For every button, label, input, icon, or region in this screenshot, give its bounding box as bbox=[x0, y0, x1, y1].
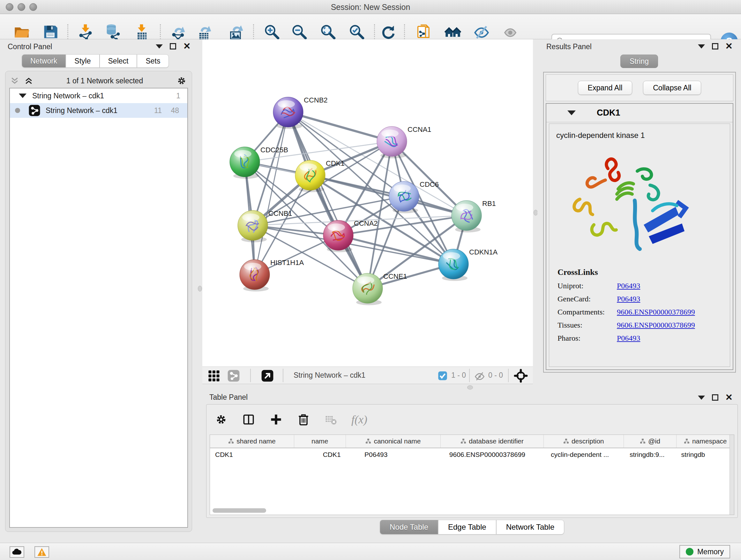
zoom-selected-icon bbox=[348, 23, 365, 40]
column-header[interactable]: namespace bbox=[677, 435, 734, 448]
delete-table-icon[interactable] bbox=[324, 413, 338, 427]
cell-database-identifier[interactable]: 9606.ENSP00000378699 bbox=[441, 448, 544, 462]
tab-sets[interactable]: Sets bbox=[137, 54, 169, 68]
import-table-button[interactable] bbox=[132, 23, 151, 41]
cell-canonical-name[interactable]: P06493 bbox=[346, 448, 441, 462]
panel-menu-icon[interactable] bbox=[698, 44, 705, 49]
cell-description[interactable]: cyclin-dependent ... bbox=[544, 448, 624, 462]
tab-network-table[interactable]: Network Table bbox=[496, 520, 564, 535]
cell-namespace[interactable]: stringdb bbox=[677, 448, 734, 462]
add-column-icon[interactable] bbox=[269, 413, 283, 427]
delete-column-icon[interactable] bbox=[296, 413, 311, 427]
apply-layout-button[interactable] bbox=[379, 23, 398, 41]
hide-selected-button[interactable] bbox=[472, 23, 491, 41]
crosslink-uniprot[interactable]: P06493 bbox=[617, 282, 640, 290]
zoom-out-button[interactable] bbox=[290, 23, 309, 41]
collapse-all-button[interactable]: Collapse All bbox=[643, 81, 701, 95]
column-header[interactable]: @id bbox=[624, 435, 677, 448]
close-panel-icon[interactable]: ✕ bbox=[725, 394, 733, 401]
cell-id[interactable]: stringdb:9... bbox=[624, 448, 677, 462]
table-row[interactable]: CDK1 CDK1 P06493 9606.ENSP00000378699 cy… bbox=[210, 448, 734, 462]
network-canvas[interactable]: CCNB2CCNA1CDC25BCDK1CDC6RB1CCNB1CCNA2CDK… bbox=[202, 39, 533, 367]
expand-all-icon[interactable] bbox=[24, 76, 33, 85]
float-panel-icon[interactable] bbox=[170, 43, 176, 50]
gear-icon[interactable] bbox=[176, 75, 187, 86]
panel-menu-icon[interactable] bbox=[156, 44, 163, 49]
table-options-gear-icon[interactable] bbox=[214, 413, 228, 427]
show-all-button[interactable] bbox=[501, 23, 520, 41]
column-header[interactable]: description bbox=[544, 435, 624, 448]
crosslink-pharos[interactable]: P06493 bbox=[617, 334, 640, 343]
status-bar: Memory bbox=[0, 543, 741, 560]
memory-button[interactable]: Memory bbox=[679, 545, 730, 558]
warnings-button[interactable] bbox=[35, 546, 49, 558]
node-CDKN1A[interactable]: CDKN1A bbox=[439, 248, 498, 281]
gene-details: cyclin-dependent kinase 1 bbox=[549, 124, 730, 367]
table-horizontal-scrollbar[interactable] bbox=[212, 508, 266, 513]
crosslinks-title: CrossLinks bbox=[557, 267, 730, 277]
tab-network[interactable]: Network bbox=[22, 54, 66, 68]
float-panel-icon[interactable] bbox=[712, 43, 718, 50]
selected-checkbox-icon[interactable] bbox=[438, 371, 448, 381]
node-CDC25B[interactable]: CDC25B bbox=[230, 146, 288, 179]
collection-expanded-icon[interactable] bbox=[19, 94, 26, 98]
network-collection-row[interactable]: String Network – cdk1 1 bbox=[10, 88, 187, 103]
network-from-selection-button[interactable] bbox=[415, 23, 433, 41]
network-overview-icon[interactable] bbox=[227, 369, 240, 382]
tab-string[interactable]: String bbox=[620, 55, 658, 68]
cell-name[interactable]: CDK1 bbox=[294, 448, 346, 462]
tab-edge-table[interactable]: Edge Table bbox=[438, 520, 496, 535]
panel-menu-icon[interactable] bbox=[698, 395, 705, 400]
horizontal-splitter-handle[interactable] bbox=[467, 385, 473, 389]
show-columns-icon[interactable] bbox=[242, 413, 256, 427]
tab-node-table[interactable]: Node Table bbox=[380, 520, 438, 535]
cell-shared-name[interactable]: CDK1 bbox=[210, 448, 294, 462]
column-header[interactable]: canonical name bbox=[346, 435, 441, 448]
node-HIST1H1A[interactable]: HIST1H1A bbox=[240, 259, 304, 292]
zoom-selected-button[interactable] bbox=[347, 23, 366, 41]
column-header[interactable]: database identifier bbox=[441, 435, 543, 448]
crosslink-genecard[interactable]: P06493 bbox=[617, 295, 640, 303]
network-row[interactable]: String Network – cdk1 11 48 bbox=[10, 103, 187, 118]
first-neighbors-button[interactable] bbox=[444, 23, 462, 41]
node-label-CDC25B: CDC25B bbox=[260, 146, 288, 154]
import-network-database-button[interactable] bbox=[103, 23, 122, 41]
tab-select[interactable]: Select bbox=[99, 54, 137, 68]
expand-all-button[interactable]: Expand All bbox=[578, 81, 632, 95]
fit-selection-crosshair-icon[interactable] bbox=[514, 369, 528, 383]
export-network-button[interactable] bbox=[170, 23, 188, 41]
tab-style[interactable]: Style bbox=[66, 54, 99, 68]
export-table-button[interactable] bbox=[196, 23, 214, 41]
float-panel-icon[interactable] bbox=[712, 394, 718, 401]
network-graph[interactable]: CCNB2CCNA1CDC25BCDK1CDC6RB1CCNB1CCNA2CDK… bbox=[202, 39, 533, 367]
crosslink-compartments[interactable]: 9606.ENSP00000378699 bbox=[617, 308, 695, 316]
node-CCNE1[interactable]: CCNE1 bbox=[353, 272, 407, 305]
node-CDC6[interactable]: CDC6 bbox=[389, 180, 439, 213]
cloud-status-button[interactable] bbox=[10, 546, 24, 558]
export-image-button[interactable] bbox=[227, 23, 246, 41]
close-panel-icon[interactable]: ✕ bbox=[183, 43, 191, 50]
open-session-button[interactable] bbox=[12, 23, 31, 41]
cdk1-section: CDK1 cyclin-dependent kinase 1 bbox=[546, 103, 733, 370]
zoom-in-button[interactable] bbox=[263, 23, 281, 41]
crosslink-tissues[interactable]: 9606.ENSP00000378699 bbox=[617, 321, 695, 329]
save-session-button[interactable] bbox=[41, 23, 60, 41]
node-CDK1[interactable]: CDK1 bbox=[295, 159, 345, 192]
zoom-fit-button[interactable] bbox=[319, 23, 337, 41]
edge-CCNB2-HIST1H1A[interactable] bbox=[255, 112, 288, 274]
node-RB1[interactable]: RB1 bbox=[452, 199, 496, 233]
open-view-icon[interactable] bbox=[261, 369, 274, 382]
column-header[interactable]: name bbox=[294, 435, 346, 448]
refresh-icon bbox=[380, 23, 397, 40]
toolbar-separator bbox=[67, 24, 68, 40]
table-vertical-scrollbar[interactable] bbox=[730, 435, 734, 515]
function-builder-button[interactable]: f(x) bbox=[351, 413, 367, 426]
collapse-all-icon[interactable] bbox=[10, 76, 19, 85]
vertical-splitter-handle[interactable] bbox=[198, 286, 202, 292]
close-panel-icon[interactable]: ✕ bbox=[725, 43, 733, 50]
import-network-file-button[interactable] bbox=[76, 23, 95, 41]
section-expanded-icon[interactable] bbox=[567, 111, 576, 115]
column-header[interactable]: shared name bbox=[210, 435, 294, 448]
cytoscape-window: Session: New Session bbox=[0, 0, 741, 560]
birdseye-grid-icon[interactable] bbox=[207, 369, 220, 382]
